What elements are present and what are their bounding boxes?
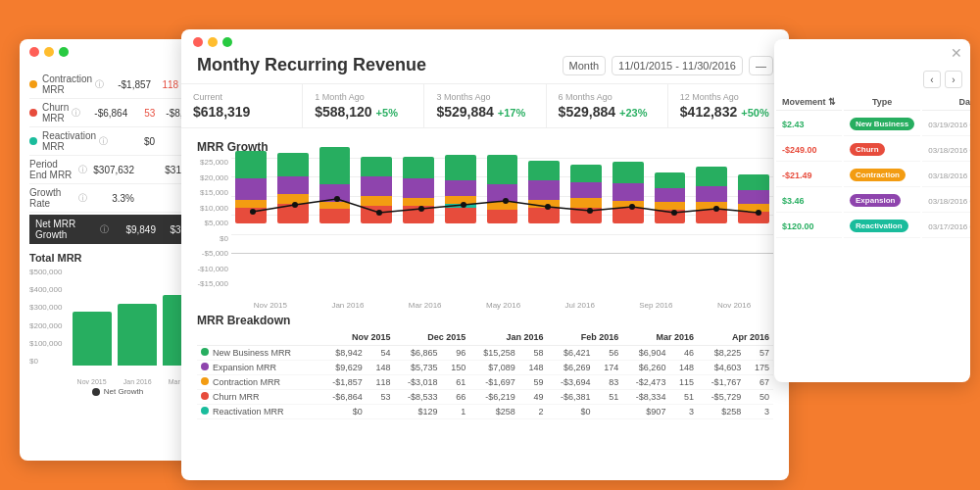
contraction-dot [29, 80, 37, 88]
sbar-nov15 [231, 158, 270, 288]
y-label-100k: $100,000 [29, 339, 69, 348]
type-badge-1: New Business [850, 118, 914, 130]
metric-row-period-end: Period End MRR ⓘ $307,632 $310,810 [29, 156, 206, 184]
breakdown-new-dec15-val: $6,865 [395, 346, 442, 361]
movement-val-2: -$249.00 [782, 145, 817, 155]
breakdown-row-churn: Churn MRR -$6,86453 -$8,53366 -$6,21949 … [197, 390, 773, 405]
breakdown-col-apr16: Apr 2016 [698, 329, 773, 346]
growth-rate-label: Growth Rate [29, 187, 75, 209]
close-icon-right[interactable]: ✕ [951, 45, 962, 61]
breakdown-new-feb16-cnt: 56 [595, 346, 623, 361]
churn-dot [29, 109, 37, 117]
breakdown-col-dec15: Dec 2015 [395, 329, 470, 346]
right-panel-header: ✕ [774, 39, 970, 67]
pagination-top: ‹ › [774, 67, 970, 92]
metric-row-contraction: Contraction MRR ⓘ -$1,857 118 -$3,018 61 [29, 71, 206, 99]
period-select[interactable]: Month [563, 56, 607, 75]
stat-1month-change: +5% [376, 107, 398, 119]
movement-row-5: $120.00 Reactivation 03/17/2016 02:40PM … [776, 215, 970, 238]
stat-1month-label: 1 Month Ago [315, 92, 412, 102]
stat-12months-change: +50% [741, 107, 768, 119]
total-mrr-title: Total MRR [29, 252, 206, 264]
sbar-dec15 [273, 158, 313, 288]
main-minimize-icon[interactable] [208, 37, 218, 47]
bar-col-jan [118, 304, 157, 366]
minimize-icon[interactable] [44, 47, 54, 57]
close-icon[interactable] [29, 47, 39, 57]
x-label-jan: Jan 2016 [123, 378, 152, 385]
y-label-500k: $500,000 [29, 268, 69, 276]
breakdown-row-new-business: New Business MRR $8,94254 $6,86596 $15,2… [197, 346, 773, 361]
breakdown-new-nov15-val: $8,942 [319, 346, 367, 361]
stacked-bars [231, 158, 773, 288]
breakdown-table: Nov 2015 Dec 2015 Jan 2016 Feb 2016 Mar … [197, 329, 773, 419]
total-mrr-y-labels: $500,000 $400,000 $300,000 $200,000 $100… [29, 268, 69, 366]
contraction-val1: -$1,857 [107, 79, 151, 90]
net-mrr-row: Net MRR Growth ⓘ $9,849 $3,178 [29, 215, 206, 244]
reactivation-info-icon[interactable]: ⓘ [99, 135, 108, 148]
reactivation-val1: $0 [111, 136, 155, 147]
breakdown-col-nov15: Nov 2015 [319, 329, 395, 346]
maximize-icon[interactable] [59, 47, 69, 57]
sbar-sep16 [651, 158, 690, 288]
reactivation-dot [29, 137, 37, 145]
movement-row-2: -$249.00 Churn 03/18/2016 07:56AM EDT [776, 138, 970, 162]
breakdown-row-expansion: Expansion MRR $9,629148 $5,735150 $7,089… [197, 361, 773, 375]
date-val-4: 03/18/2016 07:56AM EDT [928, 197, 970, 206]
net-mrr-info-icon[interactable]: ⓘ [100, 223, 109, 236]
breakdown-label-churn: Churn MRR [197, 390, 319, 405]
bar-col-nov [73, 312, 112, 366]
sbar-jan16 [316, 158, 355, 288]
net-mrr-label: Net MRR Growth [35, 219, 97, 240]
y-label-0: $0 [29, 357, 69, 366]
right-panel: ✕ ‹ › Movement ⇅ Type Date ⇅ $2.43 New B… [774, 39, 970, 382]
breakdown-row-contraction: Contraction MRR -$1,857118 -$3,01861 -$1… [197, 375, 773, 390]
type-badge-5: Reactivation [850, 220, 908, 232]
stat-3months-value: $529,884 [436, 104, 493, 120]
desktop: Contraction MRR ⓘ -$1,857 118 -$3,018 61… [0, 0, 980, 490]
breakdown-label-contraction: Contraction MRR [197, 375, 319, 390]
mrr-breakdown-section: MRR Breakdown Nov 2015 Dec 2015 Jan 2016… [181, 310, 789, 419]
period-end-val1: $307,632 [90, 165, 134, 175]
period-end-info-icon[interactable]: ⓘ [78, 164, 87, 176]
movement-row-4: $3.46 Expansion 03/18/2016 07:56AM EDT [776, 189, 970, 213]
breakdown-new-mar16-val: $6,904 [622, 346, 669, 361]
mrr-growth-chart: $25,000 $20,000 $15,000 $10,000 $5,000 $… [197, 158, 773, 310]
options-select[interactable]: — [749, 56, 773, 75]
breakdown-exp-nov15-val: $9,629 [319, 361, 367, 375]
stat-1month-value: $588,120 [315, 104, 371, 120]
stat-6months-label: 6 Months Ago [559, 92, 656, 102]
main-maximize-icon[interactable] [222, 37, 232, 47]
breakdown-row-reactivation: Reactivation MRR $0 $1291 $2582 $0 $9073… [197, 405, 773, 419]
prev-page-button[interactable]: ‹ [923, 71, 941, 88]
stat-6months: 6 Months Ago $529,884 +23% [547, 84, 668, 127]
metric-row-reactivation: Reactivation MRR ⓘ $0 $129 1 [29, 127, 206, 156]
growth-chart-x-axis: Nov 2015 Jan 2016 Mar 2016 May 2016 Jul … [231, 301, 773, 310]
contraction-info-icon[interactable]: ⓘ [95, 78, 104, 91]
net-growth-legend-dot [92, 388, 100, 396]
growth-rate-info-icon[interactable]: ⓘ [78, 192, 87, 205]
sbar-may16 [483, 158, 522, 288]
main-close-icon[interactable] [193, 37, 203, 47]
movements-table: Movement ⇅ Type Date ⇅ $2.43 New Busines… [774, 92, 970, 240]
stat-12months-label: 12 Months Ago [680, 92, 777, 102]
y-label-200k: $200,000 [29, 321, 69, 330]
y-label-400k: $400,000 [29, 285, 69, 294]
breakdown-col-jan16: Jan 2016 [469, 329, 547, 346]
stat-12months-value: $412,832 [680, 104, 737, 120]
x-label-nov: Nov 2015 [77, 378, 107, 385]
breakdown-new-feb16-val: $6,421 [548, 346, 595, 361]
type-badge-3: Contraction [850, 169, 906, 181]
reactivation-label: Reactivation MRR [42, 130, 96, 152]
net-growth-legend: Net Growth [29, 387, 206, 396]
churn-info-icon[interactable]: ⓘ [72, 107, 80, 120]
sbar-oct16 [692, 158, 731, 288]
stat-3months: 3 Months Ago $529,884 +17% [424, 84, 546, 127]
stat-3months-change: +17% [498, 107, 525, 119]
breakdown-col-metric [197, 329, 319, 346]
movement-val-5: $120.00 [782, 221, 814, 231]
breakdown-new-nov15-cnt: 54 [367, 346, 395, 361]
next-page-button[interactable]: › [945, 71, 962, 88]
date-val-1: 03/19/2016 02:40PM EDT [928, 121, 970, 129]
breakdown-new-mar16-cnt: 46 [669, 346, 698, 361]
